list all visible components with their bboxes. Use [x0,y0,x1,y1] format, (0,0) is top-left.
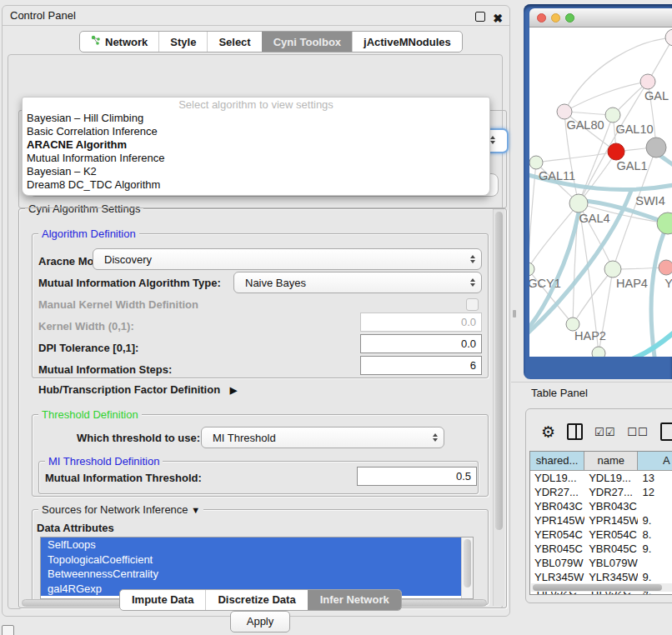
table-panel-title: Table Panel [531,387,588,399]
network-node-swi4[interactable] [657,212,672,234]
column-header-a[interactable]: A [638,452,672,470]
network-node-hap4[interactable] [604,261,621,278]
scrollbar-thumb[interactable] [464,539,471,588]
mi-algorithm-type-select[interactable]: Naive Bayes [233,272,482,293]
split-pane-divider-handle[interactable] [513,310,516,318]
network-view-window[interactable]: GALGAL80GAL10GAL1GAL11GAL4SWI4GCY1HAP4YH… [524,4,672,379]
algorithm-option-basic-correlation-inference[interactable]: Basic Correlation Inference [23,125,489,138]
table-row[interactable]: YBR043CYBR043C [530,499,672,513]
tab-jactivemnodules[interactable]: jActiveMNodules [352,32,462,52]
minimized-window-icon[interactable] [2,625,14,635]
tab-style[interactable]: Style [158,32,207,52]
table-cell: YER054C [530,528,584,542]
table-horizontal-scrollbar[interactable] [531,583,672,592]
algorithm-option-aracne-algorithm[interactable]: ARACNE Algorithm [23,138,489,152]
float-panel-icon[interactable] [475,12,485,22]
table-header-row: shared...nameA [530,452,672,471]
document-icon[interactable] [660,422,672,441]
close-traffic-light-icon[interactable] [537,13,546,22]
network-node-gcy1[interactable] [529,262,534,276]
table-cell [638,556,672,570]
table-row[interactable]: YDR27...YDR27...12 [530,485,672,499]
scrollbar-thumb[interactable] [495,212,503,530]
tab-impute-data[interactable]: Impute Data [120,590,205,610]
algorithm-option-mutual-information-inference[interactable]: Mutual Information Inference [23,152,489,165]
hub-definition-expander[interactable]: Hub/Transcription Factor Definition ▶ [38,383,237,396]
settings-gear-icon[interactable]: ⚙ [541,422,555,442]
algorithm-option-bayesian-k2[interactable]: Bayesian – K2 [23,165,489,178]
mi-steps-field[interactable]: 6 [360,356,482,375]
node-attribute-table[interactable]: shared...nameA YDL19...YDL19...13YDR27..… [529,451,672,595]
table-cell: 12 [638,485,672,499]
data-attributes-label: Data Attributes [37,522,114,534]
which-threshold-select[interactable]: MI Threshold [201,427,444,448]
sources-title[interactable]: Sources for Network Inference ▼ [38,503,203,516]
network-node[interactable] [592,347,605,357]
scrollbar-thumb[interactable] [533,584,662,591]
table-row[interactable]: YBR045CYBR045C9. [530,542,672,556]
expanded-arrow-icon: ▼ [191,505,200,515]
node-label: GAL4 [579,212,609,225]
hub-definition-label: Hub/Transcription Factor Definition [38,383,220,396]
network-canvas[interactable]: GALGAL80GAL10GAL1GAL11GAL4SWI4GCY1HAP4YH… [529,28,672,357]
apply-button[interactable]: Apply [230,611,290,632]
zoom-traffic-light-icon[interactable] [565,13,574,22]
network-window-titlebar[interactable] [529,8,672,28]
column-header-shared[interactable]: shared... [530,452,584,470]
node-label: SWI4 [635,194,664,208]
kernel-width-field[interactable]: 0.0 [360,312,482,332]
algorithm-definition-title: Algorithm Definition [38,228,139,240]
tab-label: Network [105,36,148,48]
network-node[interactable] [665,29,672,46]
table-cell: YDR27... [584,485,638,499]
table-cell: YDL19... [584,471,638,485]
mi-algorithm-type-value: Naive Bayes [245,277,306,289]
tab-cyni-toolbox[interactable]: Cyni Toolbox [262,32,352,52]
table-cell: 9. [638,542,672,556]
tab-infer-network[interactable]: Infer Network [308,590,401,610]
show-columns-icon[interactable]: ☑☑ [594,426,615,438]
table-row[interactable]: YLR345WYLR345W9. [530,570,672,584]
network-edges-strong [529,152,672,357]
column-layout-icon[interactable] [567,423,583,440]
node-label: Y [664,277,672,290]
network-node-y[interactable] [659,260,672,275]
network-node-gal[interactable] [640,74,655,89]
node-label: GCY1 [529,277,561,290]
tab-select[interactable]: Select [207,32,261,52]
network-node-gal1[interactable] [608,143,624,160]
hide-columns-icon[interactable]: ☐☐ [627,426,648,438]
attribute-item-betweennesscentrality[interactable]: BetweennessCentrality [41,567,462,582]
close-panel-icon[interactable]: ✖ [493,8,503,28]
control-panel-header: Control Panel ✖ [3,6,509,26]
network-node-gal11[interactable] [529,156,543,169]
tab-network[interactable]: Network [80,32,158,52]
algorithm-option-bayesian-hill-climbing[interactable]: Bayesian – Hill Climbing [23,112,489,125]
attribute-item-selfloops[interactable]: SelfLoops [41,538,462,552]
table-cell: YBR043C [530,499,584,513]
table-row[interactable]: YDL19...YDL19...13 [530,471,672,485]
table-panel: ⚙ ☑☑ ☐☐ shared...nameA YDL19...YDL19...1… [525,408,672,603]
settings-vertical-scrollbar[interactable] [493,209,504,606]
network-node-gal4[interactable] [569,194,588,212]
network-node-gal10[interactable] [605,108,620,122]
column-header-name[interactable]: name [584,452,638,470]
table-cell: YDL19... [530,471,584,485]
list-vertical-scrollbar[interactable] [461,538,473,598]
minimize-traffic-light-icon[interactable] [551,13,560,22]
network-node[interactable] [646,138,666,158]
aracne-mode-select[interactable]: Discovery [93,248,482,270]
kernel-width-label: Kernel Width (0,1): [38,320,134,332]
algorithm-option-dream8-dc-tdc-algorithm[interactable]: Dream8 DC_TDC Algorithm [23,178,489,192]
table-row[interactable]: YBL079WYBL079W [530,556,672,570]
attribute-item-topologicalcoefficient[interactable]: TopologicalCoefficient [41,552,462,568]
table-toolbar: ⚙ ☑☑ ☐☐ [526,416,672,448]
network-node-gal80[interactable] [557,104,572,119]
table-row[interactable]: YPR145WYPR145W9. [530,513,672,528]
tab-discretize-data[interactable]: Discretize Data [205,590,307,610]
manual-kernel-width-checkbox[interactable] [466,298,479,311]
table-cell: YBR043C [584,499,638,513]
table-row[interactable]: YER054CYER054C8. [530,528,672,542]
mi-threshold-field[interactable]: 0.5 [357,467,477,486]
dpi-tolerance-field[interactable]: 0.0 [360,334,482,353]
